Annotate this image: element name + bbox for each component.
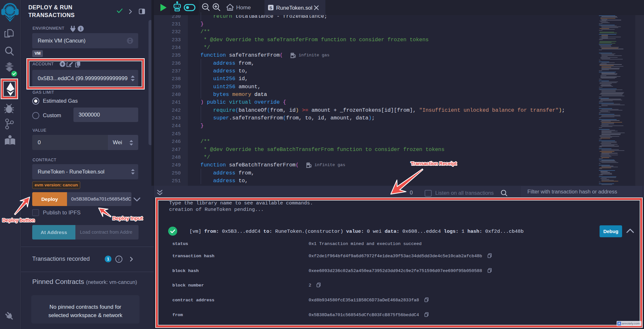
svg-text:Transaction Receipt: Transaction Receipt	[411, 161, 457, 166]
svg-text:Deploy Input: Deploy Input	[112, 215, 143, 221]
svg-text:Deploy button: Deploy button	[2, 217, 35, 223]
